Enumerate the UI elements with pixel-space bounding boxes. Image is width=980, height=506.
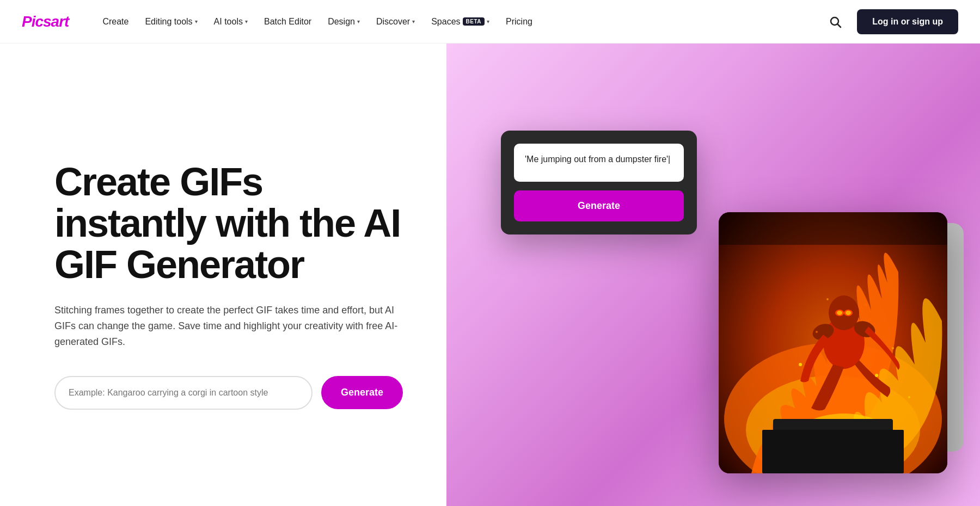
editing-tools-chevron-icon: ▾ [195,18,198,24]
svg-point-20 [875,374,878,377]
hero-image-card [719,212,947,473]
svg-line-1 [838,24,841,27]
navbar: Picsart Create Editing tools ▾ AI tools … [0,0,980,44]
svg-point-22 [908,396,910,398]
svg-rect-8 [762,430,904,473]
gif-prompt-input[interactable] [54,376,313,410]
svg-point-24 [864,303,867,306]
nav-spaces[interactable]: Spaces BETA ▾ [425,13,496,31]
svg-rect-25 [719,212,947,245]
nav-create[interactable]: Create [96,13,135,31]
svg-point-17 [799,363,802,366]
nav-pricing[interactable]: Pricing [499,13,539,31]
hero-scene-svg [719,212,947,473]
svg-point-21 [788,402,791,404]
ai-prompt-card: 'Me jumping out from a dumpster fire'| G… [501,131,697,235]
nav-links: Create Editing tools ▾ AI tools ▾ Batch … [96,13,824,31]
design-chevron-icon: ▾ [357,18,360,24]
svg-point-14 [846,311,851,315]
ai-card-prompt-text: 'Me jumping out from a dumpster fire'| [514,144,684,182]
hero-generate-button[interactable]: Generate [321,376,403,409]
ai-card-generate-button[interactable]: Generate [514,190,684,221]
search-button[interactable] [824,11,846,33]
nav-discover[interactable]: Discover ▾ [370,13,421,31]
svg-point-18 [892,347,894,349]
hero-left: Create GIFs instantly with the AI GIF Ge… [0,44,446,506]
login-button[interactable]: Log in or sign up [857,9,958,34]
hero-title: Create GIFs instantly with the AI GIF Ge… [54,162,403,285]
svg-point-13 [837,311,842,315]
discover-chevron-icon: ▾ [412,18,415,24]
logo[interactable]: Picsart [22,13,69,30]
search-icon [829,15,842,28]
spaces-beta-badge: BETA [463,17,485,26]
svg-point-23 [826,298,829,300]
hero-subtitle: Stitching frames together to create the … [54,303,403,349]
spaces-chevron-icon: ▾ [487,18,489,24]
hero-section: Create GIFs instantly with the AI GIF Ge… [0,44,980,506]
nav-right: Log in or sign up [824,9,958,34]
ai-tools-chevron-icon: ▾ [245,18,248,24]
svg-point-19 [816,331,818,333]
hero-input-row: Generate [54,376,403,410]
hero-right: 'Me jumping out from a dumpster fire'| G… [446,44,980,506]
nav-batch-editor[interactable]: Batch Editor [258,13,318,31]
nav-editing-tools[interactable]: Editing tools ▾ [138,13,204,31]
nav-ai-tools[interactable]: AI tools ▾ [207,13,254,31]
nav-design[interactable]: Design ▾ [321,13,366,31]
